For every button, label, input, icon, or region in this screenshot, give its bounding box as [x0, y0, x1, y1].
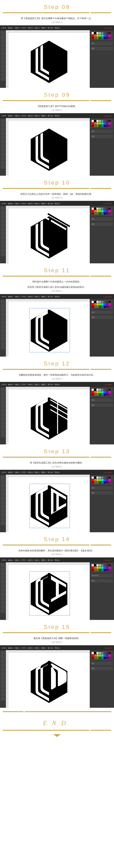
- swatch[interactable]: [99, 35, 101, 37]
- swatch[interactable]: [92, 482, 94, 484]
- swatch[interactable]: [106, 476, 108, 478]
- swatch[interactable]: [109, 652, 111, 654]
- swatch[interactable]: [92, 654, 94, 656]
- swatch[interactable]: [101, 213, 104, 215]
- gradient-tool-icon[interactable]: [1, 73, 5, 76]
- swatch[interactable]: [92, 306, 94, 308]
- artboard[interactable]: [8, 653, 90, 708]
- swatch[interactable]: [101, 120, 104, 122]
- swatch[interactable]: [106, 391, 108, 393]
- swatch[interactable]: [101, 652, 104, 654]
- swatch[interactable]: [99, 654, 101, 656]
- swatch[interactable]: [99, 389, 101, 391]
- swatch[interactable]: [94, 120, 96, 122]
- swatch[interactable]: [94, 567, 96, 569]
- swatch[interactable]: [104, 569, 106, 571]
- pen-tool-icon[interactable]: [1, 39, 5, 43]
- swatch[interactable]: [97, 210, 99, 212]
- swatch[interactable]: [101, 306, 104, 308]
- swatch[interactable]: [109, 564, 111, 566]
- swatch[interactable]: [101, 208, 104, 210]
- swatch[interactable]: [106, 35, 108, 37]
- swatch[interactable]: [106, 32, 108, 34]
- swatch[interactable]: [109, 654, 111, 656]
- swatch[interactable]: [106, 652, 108, 654]
- swatch[interactable]: [94, 569, 96, 571]
- swatch[interactable]: [99, 482, 101, 484]
- swatch[interactable]: [104, 479, 106, 481]
- swatch[interactable]: [104, 32, 106, 34]
- swatch[interactable]: [109, 125, 111, 127]
- swatch[interactable]: [101, 122, 104, 124]
- swatch[interactable]: [101, 567, 104, 569]
- swatch[interactable]: [97, 482, 99, 484]
- swatch[interactable]: [106, 37, 108, 39]
- layers-panel[interactable]: 图层: [90, 46, 113, 51]
- swatch[interactable]: [94, 208, 96, 210]
- swatch[interactable]: [94, 394, 96, 396]
- swatch[interactable]: [106, 208, 108, 210]
- swatch[interactable]: [106, 389, 108, 391]
- swatch[interactable]: [104, 657, 106, 659]
- swatch[interactable]: [109, 482, 111, 484]
- swatch[interactable]: [101, 564, 104, 566]
- swatch[interactable]: [99, 394, 101, 396]
- swatch[interactable]: [104, 567, 106, 569]
- swatch[interactable]: [101, 389, 104, 391]
- artboard[interactable]: [8, 208, 90, 264]
- swatch[interactable]: [94, 389, 96, 391]
- swatch[interactable]: [92, 122, 94, 124]
- swatch[interactable]: [99, 652, 101, 654]
- swatch[interactable]: [97, 564, 99, 566]
- swatch[interactable]: [92, 391, 94, 393]
- swatch[interactable]: [92, 394, 94, 396]
- swatch[interactable]: [92, 564, 94, 566]
- swatch[interactable]: [109, 391, 111, 393]
- rotate-tool-icon[interactable]: [1, 60, 5, 64]
- swatch[interactable]: [106, 210, 108, 212]
- swatch[interactable]: [97, 303, 99, 305]
- swatch[interactable]: [94, 564, 96, 566]
- swatch[interactable]: [106, 301, 108, 303]
- swatch[interactable]: [99, 476, 101, 478]
- swatch[interactable]: [104, 301, 106, 303]
- swatch[interactable]: [109, 208, 111, 210]
- swatch[interactable]: [104, 303, 106, 305]
- artboard[interactable]: [8, 33, 90, 88]
- swatch[interactable]: [99, 301, 101, 303]
- swatch-row[interactable]: [92, 37, 112, 39]
- swatch[interactable]: [104, 210, 106, 212]
- swatch[interactable]: [92, 125, 94, 127]
- ai-toolbar[interactable]: [0, 30, 6, 88]
- swatch[interactable]: [101, 482, 104, 484]
- swatch[interactable]: [94, 657, 96, 659]
- swatch-row[interactable]: [92, 32, 112, 34]
- swatch[interactable]: [94, 37, 96, 39]
- swatch[interactable]: [109, 120, 111, 122]
- ai-menubar[interactable]: 文件(F)编辑(E)对象(O)文字(T)选择(S)效果(C)视图(V)窗口(W)…: [0, 25, 114, 30]
- brush-tool-icon[interactable]: [1, 56, 5, 60]
- swatch[interactable]: [104, 125, 106, 127]
- swatch[interactable]: [101, 657, 104, 659]
- swatch[interactable]: [92, 569, 94, 571]
- eyedropper-tool-icon[interactable]: [1, 69, 5, 72]
- swatch[interactable]: [109, 32, 111, 34]
- swatch[interactable]: [92, 210, 94, 212]
- swatch[interactable]: [101, 125, 104, 127]
- swatch[interactable]: [97, 391, 99, 393]
- swatch[interactable]: [97, 122, 99, 124]
- swatch[interactable]: [97, 208, 99, 210]
- swatch[interactable]: [106, 479, 108, 481]
- swatch[interactable]: [94, 652, 96, 654]
- swatch[interactable]: [97, 569, 99, 571]
- swatch[interactable]: [97, 306, 99, 308]
- swatch[interactable]: [104, 122, 106, 124]
- swatch[interactable]: [106, 120, 108, 122]
- swatch[interactable]: [97, 389, 99, 391]
- swatch[interactable]: [99, 569, 101, 571]
- swatch[interactable]: [101, 569, 104, 571]
- swatch[interactable]: [99, 125, 101, 127]
- rectangle-tool-icon[interactable]: [1, 52, 5, 56]
- swatch[interactable]: [104, 482, 106, 484]
- swatch[interactable]: [106, 654, 108, 656]
